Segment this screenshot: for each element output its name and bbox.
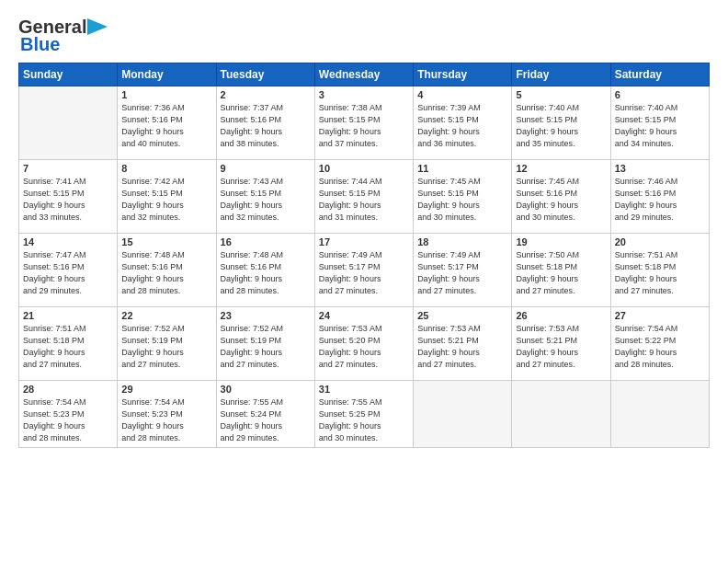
day-info: Sunrise: 7:53 AMSunset: 5:21 PMDaylight:… <box>516 323 606 371</box>
calendar-cell: 29Sunrise: 7:54 AMSunset: 5:23 PMDayligh… <box>118 381 216 448</box>
day-number: 24 <box>319 310 409 321</box>
calendar-cell: 4Sunrise: 7:39 AMSunset: 5:15 PMDaylight… <box>414 86 512 160</box>
weekday-header-monday: Monday <box>118 63 216 86</box>
day-info: Sunrise: 7:42 AMSunset: 5:15 PMDaylight:… <box>121 176 211 224</box>
calendar-cell: 27Sunrise: 7:54 AMSunset: 5:22 PMDayligh… <box>610 307 709 381</box>
day-info: Sunrise: 7:55 AMSunset: 5:24 PMDaylight:… <box>221 396 311 444</box>
day-number: 23 <box>221 310 311 321</box>
weekday-header-saturday: Saturday <box>610 63 709 86</box>
calendar-cell <box>19 86 118 160</box>
calendar-cell: 31Sunrise: 7:55 AMSunset: 5:25 PMDayligh… <box>314 381 413 448</box>
calendar-table: SundayMondayTuesdayWednesdayThursdayFrid… <box>18 63 710 448</box>
day-info: Sunrise: 7:39 AMSunset: 5:15 PMDaylight:… <box>417 102 507 150</box>
day-number: 14 <box>23 236 113 247</box>
day-info: Sunrise: 7:51 AMSunset: 5:18 PMDaylight:… <box>615 249 705 297</box>
week-row-5: 28Sunrise: 7:54 AMSunset: 5:23 PMDayligh… <box>19 381 710 448</box>
calendar-cell: 9Sunrise: 7:43 AMSunset: 5:15 PMDaylight… <box>216 160 314 234</box>
day-number: 21 <box>23 310 113 321</box>
day-info: Sunrise: 7:52 AMSunset: 5:19 PMDaylight:… <box>121 323 211 371</box>
weekday-header-wednesday: Wednesday <box>314 63 413 86</box>
day-number: 9 <box>221 163 311 174</box>
day-info: Sunrise: 7:49 AMSunset: 5:17 PMDaylight:… <box>417 249 507 297</box>
day-number: 30 <box>221 384 311 395</box>
day-info: Sunrise: 7:45 AMSunset: 5:15 PMDaylight:… <box>417 176 507 224</box>
logo: General Blue <box>18 17 108 55</box>
day-number: 22 <box>121 310 211 321</box>
day-number: 20 <box>615 236 705 247</box>
day-info: Sunrise: 7:47 AMSunset: 5:16 PMDaylight:… <box>23 249 113 297</box>
day-info: Sunrise: 7:49 AMSunset: 5:17 PMDaylight:… <box>319 249 409 297</box>
day-info: Sunrise: 7:41 AMSunset: 5:15 PMDaylight:… <box>23 176 113 224</box>
calendar-cell: 20Sunrise: 7:51 AMSunset: 5:18 PMDayligh… <box>610 234 709 307</box>
calendar-cell <box>512 381 610 448</box>
day-info: Sunrise: 7:50 AMSunset: 5:18 PMDaylight:… <box>516 249 606 297</box>
day-info: Sunrise: 7:51 AMSunset: 5:18 PMDaylight:… <box>23 323 113 371</box>
calendar-cell <box>414 381 512 448</box>
calendar-cell: 18Sunrise: 7:49 AMSunset: 5:17 PMDayligh… <box>414 234 512 307</box>
day-number: 27 <box>615 310 705 321</box>
day-info: Sunrise: 7:43 AMSunset: 5:15 PMDaylight:… <box>221 176 311 224</box>
day-number: 11 <box>417 163 507 174</box>
calendar-cell: 6Sunrise: 7:40 AMSunset: 5:15 PMDaylight… <box>610 86 709 160</box>
day-info: Sunrise: 7:40 AMSunset: 5:15 PMDaylight:… <box>615 102 705 150</box>
day-number: 18 <box>417 236 507 247</box>
weekday-header-thursday: Thursday <box>414 63 512 86</box>
day-number: 26 <box>516 310 606 321</box>
day-number: 6 <box>615 89 705 100</box>
day-info: Sunrise: 7:53 AMSunset: 5:21 PMDaylight:… <box>417 323 507 371</box>
weekday-header-sunday: Sunday <box>19 63 118 86</box>
svg-marker-0 <box>87 18 108 35</box>
calendar-cell: 25Sunrise: 7:53 AMSunset: 5:21 PMDayligh… <box>414 307 512 381</box>
page-header: General Blue <box>18 17 710 55</box>
day-number: 12 <box>516 163 606 174</box>
calendar-cell: 30Sunrise: 7:55 AMSunset: 5:24 PMDayligh… <box>216 381 314 448</box>
day-number: 25 <box>417 310 507 321</box>
week-row-3: 14Sunrise: 7:47 AMSunset: 5:16 PMDayligh… <box>19 234 710 307</box>
day-number: 17 <box>319 236 409 247</box>
day-number: 1 <box>121 89 211 100</box>
week-row-2: 7Sunrise: 7:41 AMSunset: 5:15 PMDaylight… <box>19 160 710 234</box>
calendar-cell: 17Sunrise: 7:49 AMSunset: 5:17 PMDayligh… <box>314 234 413 307</box>
day-info: Sunrise: 7:52 AMSunset: 5:19 PMDaylight:… <box>221 323 311 371</box>
day-number: 5 <box>516 89 606 100</box>
day-number: 31 <box>319 384 409 395</box>
day-number: 16 <box>221 236 311 247</box>
day-info: Sunrise: 7:37 AMSunset: 5:16 PMDaylight:… <box>221 102 311 150</box>
calendar-cell: 13Sunrise: 7:46 AMSunset: 5:16 PMDayligh… <box>610 160 709 234</box>
day-info: Sunrise: 7:48 AMSunset: 5:16 PMDaylight:… <box>221 249 311 297</box>
weekday-header-tuesday: Tuesday <box>216 63 314 86</box>
calendar-cell: 8Sunrise: 7:42 AMSunset: 5:15 PMDaylight… <box>118 160 216 234</box>
day-info: Sunrise: 7:40 AMSunset: 5:15 PMDaylight:… <box>516 102 606 150</box>
week-row-1: 1Sunrise: 7:36 AMSunset: 5:16 PMDaylight… <box>19 86 710 160</box>
calendar-cell: 7Sunrise: 7:41 AMSunset: 5:15 PMDaylight… <box>19 160 118 234</box>
calendar-cell: 19Sunrise: 7:50 AMSunset: 5:18 PMDayligh… <box>512 234 610 307</box>
day-number: 10 <box>319 163 409 174</box>
calendar-cell: 2Sunrise: 7:37 AMSunset: 5:16 PMDaylight… <box>216 86 314 160</box>
calendar-page: General Blue SundayMondayTuesdayWednesda… <box>0 0 728 563</box>
day-info: Sunrise: 7:55 AMSunset: 5:25 PMDaylight:… <box>319 396 409 444</box>
day-info: Sunrise: 7:38 AMSunset: 5:15 PMDaylight:… <box>319 102 409 150</box>
day-number: 28 <box>23 384 113 395</box>
day-number: 29 <box>121 384 211 395</box>
day-number: 19 <box>516 236 606 247</box>
calendar-cell: 22Sunrise: 7:52 AMSunset: 5:19 PMDayligh… <box>118 307 216 381</box>
calendar-cell: 12Sunrise: 7:45 AMSunset: 5:16 PMDayligh… <box>512 160 610 234</box>
day-number: 8 <box>121 163 211 174</box>
day-info: Sunrise: 7:54 AMSunset: 5:22 PMDaylight:… <box>615 323 705 371</box>
day-info: Sunrise: 7:36 AMSunset: 5:16 PMDaylight:… <box>121 102 211 150</box>
calendar-cell: 14Sunrise: 7:47 AMSunset: 5:16 PMDayligh… <box>19 234 118 307</box>
calendar-cell: 1Sunrise: 7:36 AMSunset: 5:16 PMDaylight… <box>118 86 216 160</box>
day-info: Sunrise: 7:54 AMSunset: 5:23 PMDaylight:… <box>121 396 211 444</box>
calendar-cell: 5Sunrise: 7:40 AMSunset: 5:15 PMDaylight… <box>512 86 610 160</box>
day-number: 3 <box>319 89 409 100</box>
calendar-cell: 24Sunrise: 7:53 AMSunset: 5:20 PMDayligh… <box>314 307 413 381</box>
calendar-cell: 21Sunrise: 7:51 AMSunset: 5:18 PMDayligh… <box>19 307 118 381</box>
logo-blue: Blue <box>20 34 60 55</box>
day-number: 2 <box>221 89 311 100</box>
weekday-header-friday: Friday <box>512 63 610 86</box>
calendar-cell: 11Sunrise: 7:45 AMSunset: 5:15 PMDayligh… <box>414 160 512 234</box>
day-number: 7 <box>23 163 113 174</box>
day-number: 4 <box>417 89 507 100</box>
calendar-cell: 10Sunrise: 7:44 AMSunset: 5:15 PMDayligh… <box>314 160 413 234</box>
day-info: Sunrise: 7:44 AMSunset: 5:15 PMDaylight:… <box>319 176 409 224</box>
